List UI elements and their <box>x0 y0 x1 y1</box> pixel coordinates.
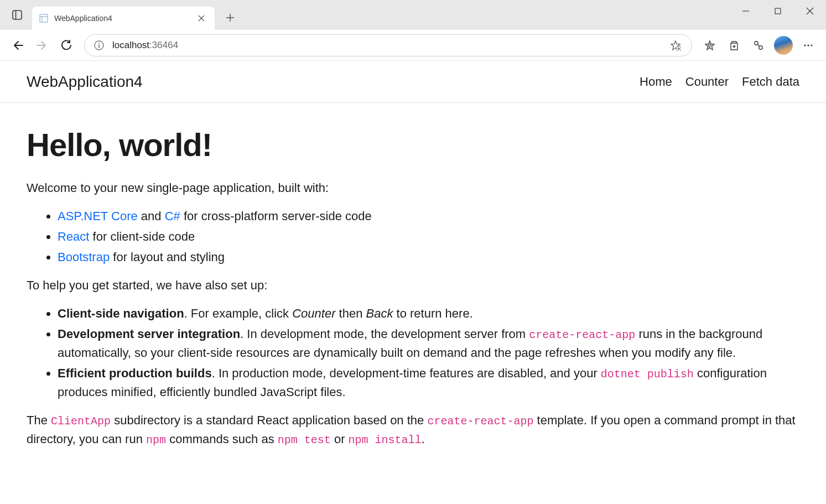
svg-point-25 <box>759 45 762 49</box>
features-list: Client-side navigation. For example, cli… <box>27 304 799 401</box>
tab-favicon-icon <box>39 13 49 23</box>
browser-toolbar: localhost:36464 <box>0 30 826 61</box>
link-csharp[interactable]: C# <box>165 209 180 223</box>
address-bar[interactable]: localhost:36464 <box>84 34 692 56</box>
code-npm-install: npm install <box>349 434 422 446</box>
browser-titlebar: WebApplication4 <box>0 0 826 30</box>
intro-paragraph: Welcome to your new single-page applicat… <box>27 179 799 197</box>
navbar-links: Home Counter Fetch data <box>640 75 799 89</box>
refresh-button[interactable] <box>54 33 79 58</box>
nav-link-home[interactable]: Home <box>640 75 672 89</box>
minimize-icon <box>742 8 749 14</box>
nav-link-fetch-data[interactable]: Fetch data <box>742 75 799 89</box>
code-npm-test: npm test <box>278 434 331 446</box>
collections-icon <box>728 39 740 51</box>
info-icon <box>94 40 104 50</box>
svg-point-28 <box>811 44 812 46</box>
counter-em: Counter <box>292 306 335 320</box>
svg-rect-2 <box>40 14 48 22</box>
url-host: localhost <box>112 40 149 51</box>
refresh-icon <box>61 40 72 51</box>
setup-intro: To help you get started, we have also se… <box>27 276 799 294</box>
minimize-button[interactable] <box>730 0 762 22</box>
window-controls <box>730 0 826 30</box>
site-info-button[interactable] <box>92 39 106 52</box>
svg-point-24 <box>755 41 758 44</box>
add-favorite-button[interactable] <box>667 37 684 54</box>
navbar-brand[interactable]: WebApplication4 <box>27 73 143 91</box>
code-create-react-app: create-react-app <box>427 415 533 428</box>
extensions-button[interactable] <box>746 33 771 58</box>
back-button[interactable] <box>6 33 30 58</box>
tab-actions-icon <box>12 10 22 20</box>
arrow-left-icon <box>12 39 24 51</box>
feature-title: Efficient production builds <box>58 366 212 380</box>
tab-actions-button[interactable] <box>4 2 30 28</box>
forward-button[interactable] <box>30 33 54 58</box>
settings-menu-button[interactable] <box>796 33 820 58</box>
list-item: React for client-side code <box>58 227 799 246</box>
url-port: :36464 <box>149 40 178 51</box>
svg-point-27 <box>807 44 809 46</box>
feature-title: Client-side navigation <box>58 306 184 320</box>
list-item: Bootstrap for layout and styling <box>58 248 799 266</box>
back-em: Back <box>366 306 393 320</box>
code-dotnet-publish: dotnet publish <box>601 368 694 381</box>
link-react[interactable]: React <box>58 230 89 243</box>
list-item: Client-side navigation. For example, cli… <box>58 304 799 323</box>
profile-avatar[interactable] <box>774 36 793 55</box>
svg-point-26 <box>804 44 806 46</box>
star-plus-icon <box>670 40 681 51</box>
new-tab-button[interactable] <box>219 7 241 29</box>
code-clientapp: ClientApp <box>51 415 111 428</box>
code-create-react-app: create-react-app <box>529 329 635 341</box>
list-item: Development server integration. In devel… <box>58 325 799 362</box>
favorites-button[interactable] <box>698 33 722 58</box>
app-navbar: WebApplication4 Home Counter Fetch data <box>0 61 826 103</box>
list-item: ASP.NET Core and C# for cross-platform s… <box>58 207 799 225</box>
svg-point-14 <box>98 43 100 44</box>
tech-list: ASP.NET Core and C# for cross-platform s… <box>27 207 799 266</box>
page-content: Hello, world! Welcome to your new single… <box>0 103 826 476</box>
extensions-icon <box>752 39 765 51</box>
feature-title: Development server integration <box>58 327 240 341</box>
close-icon <box>198 15 205 22</box>
code-npm: npm <box>146 434 166 446</box>
plus-icon <box>226 13 235 22</box>
close-icon <box>806 7 814 15</box>
close-window-button[interactable] <box>794 0 826 22</box>
footer-paragraph: The ClientApp subdirectory is a standard… <box>27 411 799 449</box>
svg-rect-10 <box>775 8 781 14</box>
nav-link-counter[interactable]: Counter <box>685 75 729 89</box>
page-heading: Hello, world! <box>27 121 799 169</box>
svg-rect-0 <box>13 11 22 19</box>
tab-close-button[interactable] <box>195 12 208 25</box>
collections-button[interactable] <box>722 33 746 58</box>
link-bootstrap[interactable]: Bootstrap <box>58 250 110 264</box>
arrow-right-icon <box>36 39 48 51</box>
list-item: Efficient production builds. In producti… <box>58 364 799 401</box>
more-icon <box>803 40 814 51</box>
favorites-list-icon <box>704 39 716 51</box>
maximize-icon <box>775 8 781 14</box>
link-aspnet-core[interactable]: ASP.NET Core <box>58 209 138 223</box>
browser-tab[interactable]: WebApplication4 <box>32 7 215 30</box>
tab-title: WebApplication4 <box>54 14 195 23</box>
maximize-button[interactable] <box>762 0 794 22</box>
